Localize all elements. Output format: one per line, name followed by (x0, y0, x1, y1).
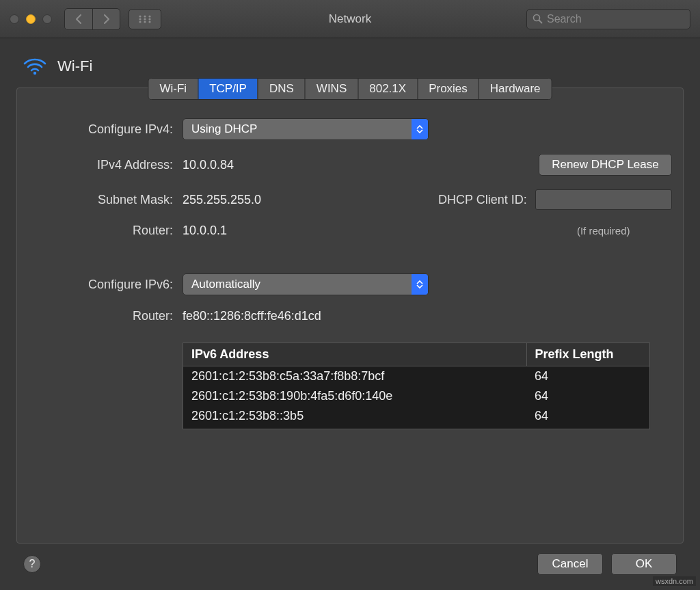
ipv6-table-header-prefix: Prefix Length (526, 343, 649, 366)
dhcp-client-id-input[interactable] (535, 189, 672, 210)
forward-button[interactable] (92, 9, 120, 29)
tab-dns[interactable]: DNS (258, 79, 305, 99)
prefix-length-cell: 64 (526, 406, 649, 429)
wifi-icon (23, 57, 46, 75)
svg-point-6 (139, 21, 141, 23)
table-row[interactable]: 2601:c1:2:53b8:190b:4fa5:d6f0:140e64 (183, 386, 649, 406)
minimize-window-button[interactable] (26, 14, 36, 24)
svg-point-7 (144, 21, 146, 23)
search-input[interactable] (547, 13, 684, 25)
table-row[interactable]: 2601:c1:2:53b8:c5a:33a7:f8b8:7bcf64 (183, 366, 649, 387)
select-arrows-icon (412, 119, 428, 139)
ipv4-address-label: IPv4 Address: (50, 158, 173, 172)
configure-ipv4-label: Configure IPv4: (50, 122, 173, 137)
configure-ipv6-label: Configure IPv6: (50, 278, 173, 292)
show-all-prefs-button[interactable] (129, 9, 161, 29)
configure-ipv4-value: Using DHCP (191, 122, 257, 136)
svg-point-4 (144, 18, 146, 20)
svg-point-3 (139, 18, 141, 20)
tab-hardware[interactable]: Hardware (479, 79, 552, 99)
tab-wins[interactable]: WINS (305, 79, 358, 99)
renew-dhcp-lease-button[interactable]: Renew DHCP Lease (539, 154, 672, 176)
subnet-mask-value: 255.255.255.0 (183, 193, 429, 207)
ipv6-address-cell: 2601:c1:2:53b8:190b:4fa5:d6f0:140e (183, 386, 526, 406)
settings-panel: Wi-FiTCP/IPDNSWINS802.1XProxiesHardware … (16, 88, 684, 544)
tab-wi-fi[interactable]: Wi-Fi (148, 79, 198, 99)
ipv4-router-label: Router: (50, 224, 173, 238)
help-button[interactable]: ? (23, 555, 41, 573)
ipv6-address-table: IPv6 Address Prefix Length 2601:c1:2:53b… (183, 343, 650, 429)
svg-point-2 (148, 15, 150, 17)
configure-ipv4-select[interactable]: Using DHCP (183, 118, 429, 140)
ipv6-address-cell: 2601:c1:2:53b8:c5a:33a7:f8b8:7bcf (183, 366, 526, 387)
cancel-button[interactable]: Cancel (537, 553, 603, 575)
svg-point-1 (144, 15, 146, 17)
tab-proxies[interactable]: Proxies (417, 79, 479, 99)
ipv6-router-value: fe80::1286:8cff:fe46:d1cd (183, 309, 672, 323)
ipv6-table-header-address: IPv6 Address (183, 343, 526, 366)
titlebar: Network (0, 0, 700, 38)
configure-ipv6-select[interactable]: Automatically (183, 273, 429, 295)
watermark: wsxdn.com (653, 576, 696, 586)
prefix-length-cell: 64 (526, 366, 649, 387)
back-button[interactable] (65, 9, 92, 29)
window-controls (10, 14, 52, 24)
dhcp-client-id-label: DHCP Client ID: (438, 193, 527, 207)
zoom-window-button[interactable] (42, 14, 52, 24)
svg-point-8 (148, 21, 150, 23)
tab-802-1x[interactable]: 802.1X (358, 79, 417, 99)
configure-ipv6-value: Automatically (191, 278, 260, 291)
search-icon (533, 14, 543, 24)
svg-point-5 (148, 18, 150, 20)
ipv6-router-label: Router: (50, 309, 173, 323)
if-required-note: (If required) (535, 225, 672, 237)
ipv4-address-value: 10.0.0.84 (183, 158, 429, 172)
tab-bar: Wi-FiTCP/IPDNSWINS802.1XProxiesHardware (148, 78, 552, 100)
select-arrows-icon (412, 274, 428, 295)
tab-tcp-ip[interactable]: TCP/IP (198, 79, 258, 99)
svg-line-10 (539, 21, 542, 23)
svg-point-11 (33, 72, 36, 75)
ok-button[interactable]: OK (611, 553, 677, 575)
ipv4-router-value: 10.0.0.1 (183, 224, 429, 238)
subnet-mask-label: Subnet Mask: (50, 193, 173, 207)
table-row[interactable]: 2601:c1:2:53b8::3b564 (183, 406, 649, 429)
heading-title: Wi-Fi (57, 57, 92, 75)
ipv6-address-cell: 2601:c1:2:53b8::3b5 (183, 406, 526, 429)
svg-point-0 (139, 15, 141, 17)
nav-back-forward (64, 8, 120, 30)
search-field-wrap[interactable] (526, 9, 690, 29)
prefix-length-cell: 64 (526, 386, 649, 406)
close-window-button[interactable] (10, 14, 19, 24)
